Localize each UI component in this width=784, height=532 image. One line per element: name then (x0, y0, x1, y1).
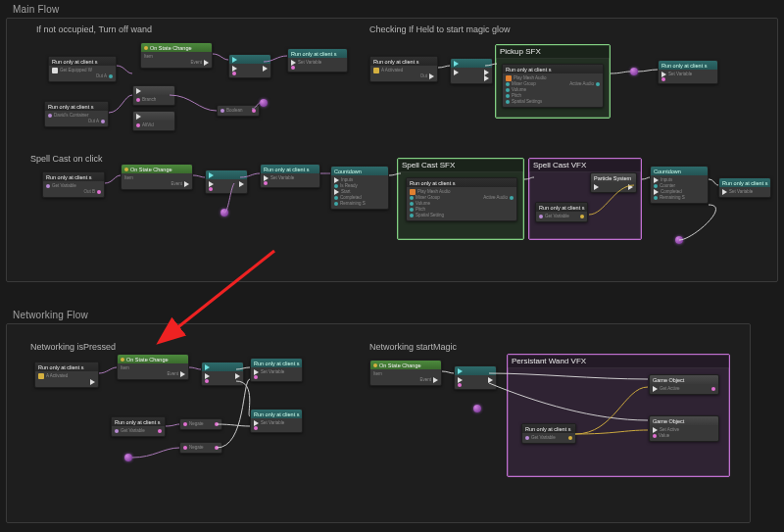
pin[interactable] (596, 82, 600, 86)
node-condition-3[interactable] (205, 169, 248, 194)
pin-in[interactable] (183, 422, 187, 426)
pin-out[interactable] (215, 422, 219, 426)
node-on-state-change-2[interactable]: On State Change Item Event (121, 164, 193, 190)
pin-val[interactable] (254, 426, 258, 430)
node-set-variable-np1[interactable]: Run only at client s Set Variable (250, 358, 303, 382)
reroute-node[interactable] (630, 68, 638, 75)
pin-in[interactable] (46, 184, 50, 188)
pin[interactable] (334, 184, 338, 188)
reroute-node[interactable] (220, 209, 228, 217)
pin-exec-out-f[interactable] (484, 75, 489, 81)
node-particle-system[interactable]: Particle System (590, 172, 637, 193)
pin-in[interactable] (115, 429, 119, 433)
pin-in[interactable] (653, 427, 658, 433)
node-set-variable-np2[interactable]: Run only at client s Set Variable (250, 409, 303, 433)
pin-bool[interactable] (458, 383, 462, 387)
pin[interactable] (506, 100, 510, 104)
pin[interactable] (510, 196, 514, 200)
pin-out[interactable] (109, 74, 113, 78)
pin[interactable] (410, 202, 414, 206)
pin-val[interactable] (254, 375, 258, 379)
node-set-variable-4[interactable]: Run only at client s Set Variable (718, 177, 771, 198)
node-set-variable-2[interactable]: Run only at client s Set Variable (658, 60, 718, 84)
pin-out[interactable] (235, 373, 240, 379)
pin-out[interactable] (568, 436, 572, 440)
reroute-node[interactable] (124, 454, 132, 461)
pin-in[interactable] (136, 98, 140, 102)
pin-val[interactable] (662, 77, 665, 81)
node-get-active[interactable]: Game Object Get Active (649, 374, 719, 395)
pin-out[interactable] (215, 446, 219, 450)
node-get-variable-sc[interactable]: Run only at client s Get Variable Out B (42, 171, 105, 198)
pin[interactable] (654, 184, 658, 188)
pin[interactable] (506, 82, 510, 86)
pin-out[interactable] (628, 184, 633, 190)
pin[interactable] (654, 196, 658, 200)
pin[interactable] (654, 189, 659, 195)
pin-in[interactable] (525, 436, 529, 440)
pin-in[interactable] (334, 177, 339, 183)
pin-exec-out[interactable] (204, 60, 209, 66)
pin-out[interactable] (97, 190, 101, 194)
pin-exec-out[interactable] (263, 66, 268, 72)
reroute-node[interactable] (473, 405, 481, 412)
node-negate-2[interactable]: Negate (179, 442, 222, 454)
reroute-node[interactable] (675, 236, 683, 244)
node-davids-container[interactable]: Run only at client s David's Container O… (44, 101, 109, 127)
pin-out[interactable] (180, 371, 185, 377)
node-negate-1[interactable]: Negate (179, 418, 222, 430)
pin-out[interactable] (158, 429, 162, 433)
pin-bool[interactable] (232, 72, 236, 75)
pin-in[interactable] (136, 123, 140, 127)
pin-exec-in[interactable] (722, 189, 727, 195)
pin[interactable] (334, 189, 339, 195)
pin-out[interactable] (580, 215, 584, 218)
node-set-variable-1[interactable]: Run only at client s Set Variable (287, 48, 348, 73)
node-get-equipped[interactable]: Run only at client s Get Equipped W Out … (48, 56, 117, 82)
node-countdown-2[interactable]: Countdown Inputs Counter Completed Remai… (650, 166, 709, 204)
node-condition-1[interactable] (228, 54, 271, 78)
node-on-state-change-4[interactable]: On State Change Item Event (369, 360, 442, 386)
pin[interactable] (410, 214, 414, 218)
pin-in[interactable] (539, 215, 543, 218)
pin[interactable] (506, 88, 510, 92)
pin-bool[interactable] (205, 379, 209, 383)
node-activated[interactable]: Run only at client s A Activated (34, 362, 99, 388)
pin-in[interactable] (594, 184, 599, 190)
node-bool-reroute[interactable]: Boolean (217, 105, 260, 117)
node-play-mesh-audio-2[interactable]: Run only at client s Play Mesh Audio Mix… (406, 177, 517, 221)
node-condition-5[interactable] (454, 365, 497, 390)
node-get-variable-vfx[interactable]: Run only at client s Get Variable (535, 202, 588, 222)
node-condition-4[interactable] (201, 362, 244, 386)
node-condition-2[interactable] (450, 58, 493, 84)
pin-out[interactable] (90, 379, 95, 385)
pin-in[interactable] (654, 177, 659, 183)
reroute-node[interactable] (260, 99, 268, 107)
pin-exec-out[interactable] (429, 73, 434, 79)
node-on-state-change-1[interactable]: On State Change Item Event (140, 42, 213, 69)
pin[interactable] (410, 208, 414, 212)
node-get-variable-sm[interactable]: Run only at client s Get Variable (521, 423, 576, 444)
node-set-active[interactable]: Game Object Set Active Value (649, 415, 719, 442)
pin-val[interactable] (264, 181, 268, 185)
pin-in[interactable] (183, 446, 187, 450)
pin-in[interactable] (220, 109, 224, 113)
pin-out[interactable] (433, 377, 438, 383)
node-on-state-change-3[interactable]: On State Change Item Event (117, 354, 189, 380)
node-branch-small-1[interactable]: Branch (132, 85, 175, 106)
pin[interactable] (334, 202, 338, 206)
pin-in[interactable] (48, 114, 52, 118)
node-set-variable-3[interactable]: Run only at client s Set Variable (260, 164, 320, 188)
pin[interactable] (334, 196, 338, 200)
pin-val[interactable] (653, 434, 657, 438)
pin-in[interactable] (653, 386, 658, 392)
node-get-variable-np[interactable]: Run only at client s Get Variable (111, 416, 166, 437)
node-event-startup[interactable]: Run only at client s A Activated Out (369, 56, 438, 82)
node-countdown-1[interactable]: Countdown Inputs Is Ready Start Complete… (330, 166, 389, 210)
node-altvid[interactable]: AltVid (132, 111, 175, 131)
pin-out[interactable] (488, 377, 493, 383)
pin[interactable] (410, 196, 414, 200)
pin[interactable] (506, 94, 510, 98)
pin-out[interactable] (711, 387, 715, 391)
pin-exec-in[interactable] (454, 70, 459, 75)
